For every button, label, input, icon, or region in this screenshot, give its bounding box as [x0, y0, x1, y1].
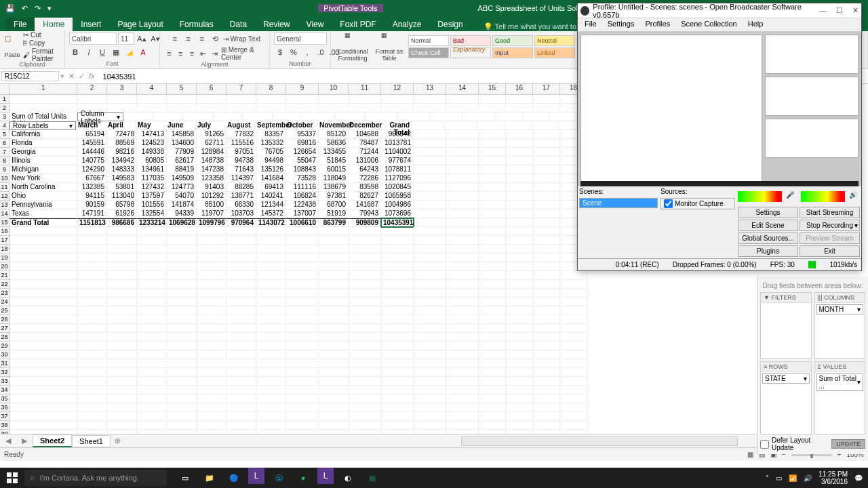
save-icon[interactable]: 💾	[5, 4, 15, 13]
pivot-filters-box[interactable]: ▼ FILTERS	[760, 292, 812, 359]
font-color-button[interactable]: A	[137, 46, 149, 58]
italic-button[interactable]: I	[83, 46, 95, 58]
tab-review[interactable]: Review	[255, 18, 298, 31]
sheet-nav-next-icon[interactable]: ▶	[16, 436, 33, 445]
tray-chevron-icon[interactable]: ˄	[766, 474, 769, 482]
format-table-button[interactable]: ▦ Format as Table	[373, 32, 406, 62]
obs-sources-list[interactable]: Monitor Capture	[660, 198, 735, 209]
cond-format-button[interactable]: ▦ Conditional Formatting	[335, 32, 370, 62]
cancel-icon[interactable]: ✕	[68, 72, 75, 81]
increase-font-icon[interactable]: A▴	[136, 33, 148, 45]
minimize-icon[interactable]: —	[819, 6, 827, 15]
style-explanatory[interactable]: Explanatory ...	[450, 47, 491, 58]
align-center-icon[interactable]: ≡	[176, 47, 186, 60]
obs-settings-button[interactable]: Settings	[738, 207, 798, 218]
obs-plugins-button[interactable]: Plugins	[738, 245, 798, 257]
font-size-select[interactable]: 11	[118, 33, 134, 45]
app-icon-2[interactable]: L	[317, 468, 334, 484]
fill-color-button[interactable]: ◢	[123, 46, 136, 58]
border-button[interactable]: ▦	[110, 46, 122, 58]
app-icon-1[interactable]: L	[248, 468, 264, 484]
skype-icon[interactable]: Ⓢ	[269, 468, 289, 488]
align-bot-icon[interactable]: ≡	[196, 33, 208, 45]
tray-volume-icon[interactable]: 🔊	[804, 474, 812, 482]
fx-icon[interactable]: fx	[89, 72, 95, 81]
task-view-icon[interactable]: ▭	[175, 468, 195, 488]
currency-icon[interactable]: $	[274, 46, 286, 58]
redo-icon[interactable]: ↷	[35, 4, 41, 13]
tab-insert[interactable]: Insert	[73, 18, 109, 31]
pivot-rows-box[interactable]: ≡ ROWS STATE▾	[760, 361, 812, 435]
tab-foxit[interactable]: Foxit PDF	[332, 18, 384, 31]
obs-source-checkbox[interactable]	[664, 199, 673, 208]
obs-stop-recording-button[interactable]: Stop Recording▾	[800, 220, 860, 231]
merge-center-button[interactable]: ⊞ Merge & Center	[221, 46, 265, 61]
obs-menu-settings[interactable]: Settings	[602, 18, 640, 31]
obs-taskbar-icon[interactable]: ◐	[338, 468, 358, 488]
obs-menu-file[interactable]: File	[579, 18, 602, 31]
explorer-icon[interactable]: 📁	[199, 468, 220, 488]
close-icon[interactable]: ✕	[852, 6, 859, 15]
pivot-columns-box[interactable]: ||| COLUMNS MONTH▾	[814, 292, 866, 359]
tab-view[interactable]: View	[298, 18, 332, 31]
align-top-icon[interactable]: ≡	[169, 33, 181, 45]
wrap-text-button[interactable]: ⇥ Wrap Text	[223, 35, 260, 43]
name-box[interactable]	[1, 71, 59, 81]
style-normal[interactable]: Normal	[408, 35, 449, 46]
copy-button[interactable]: ⎘ Copy	[23, 39, 60, 47]
notifications-icon[interactable]: 💬	[854, 474, 863, 482]
obs-scene-item[interactable]: Scene	[580, 199, 657, 207]
chrome-icon[interactable]: 🔵	[224, 468, 244, 488]
paste-button[interactable]: 📋 Paste	[4, 35, 20, 58]
underline-button[interactable]: U	[96, 46, 108, 58]
pivot-chip-state[interactable]: STATE▾	[762, 373, 810, 384]
horizontal-scrollbar[interactable]	[461, 436, 738, 446]
obs-edit-scene-button[interactable]: Edit Scene	[738, 220, 798, 231]
tab-formulas[interactable]: Formulas	[172, 18, 222, 31]
style-linked[interactable]: Linked	[534, 47, 575, 58]
percent-icon[interactable]: %	[288, 46, 300, 58]
orientation-icon[interactable]: ⟲	[210, 33, 222, 45]
align-mid-icon[interactable]: ≡	[182, 33, 195, 45]
tab-page-layout[interactable]: Page Layout	[109, 18, 171, 31]
tab-analyze[interactable]: Analyze	[384, 18, 430, 31]
comma-icon[interactable]: ,	[301, 46, 313, 58]
update-button[interactable]: UPDATE	[831, 439, 865, 449]
cortana-search[interactable]: ○ I'm Cortana. Ask me anything.	[24, 470, 167, 486]
obs-speaker-icon[interactable]: 🔊	[849, 191, 860, 202]
pivot-values-box[interactable]: Σ VALUES Sum of Total ...▾	[814, 361, 866, 435]
pivot-chip-month[interactable]: MONTH▾	[816, 304, 864, 314]
tell-me[interactable]: 💡 Tell me what you want to do...	[471, 22, 593, 31]
style-neutral[interactable]: Neutral	[534, 35, 575, 46]
format-painter-button[interactable]: 🖌 Format Painter	[23, 47, 60, 62]
tab-home[interactable]: Home	[35, 18, 73, 31]
start-button[interactable]	[0, 468, 24, 488]
obs-start-streaming-button[interactable]: Start Streaming	[800, 207, 860, 218]
defer-update-checkbox[interactable]	[760, 440, 769, 449]
obs-mic-icon[interactable]: 🎤	[786, 191, 797, 202]
sheet-nav-prev-icon[interactable]: ◀	[0, 436, 16, 445]
align-right-icon[interactable]: ≡	[187, 47, 197, 60]
style-check[interactable]: Check Cell	[408, 47, 449, 58]
inc-decimal-icon[interactable]: .0	[315, 46, 327, 58]
spotify-icon[interactable]: ●	[293, 468, 313, 488]
indent-dec-icon[interactable]: ⇤	[198, 47, 208, 60]
excel-taskbar-icon[interactable]: ▦	[362, 468, 382, 488]
obs-global-sources-button[interactable]: Global Sources...	[738, 232, 798, 244]
sheet-tab-sheet2[interactable]: Sheet2	[33, 434, 72, 447]
add-sheet-icon[interactable]: ⊕	[111, 436, 125, 445]
obs-source-item[interactable]: Monitor Capture	[661, 199, 734, 209]
style-good[interactable]: Good	[492, 35, 533, 46]
style-bad[interactable]: Bad	[450, 35, 491, 46]
undo-icon[interactable]: ↶	[22, 4, 28, 13]
enter-icon[interactable]: ✓	[79, 72, 85, 81]
taskbar-clock[interactable]: 11:25 PM 3/6/2016	[818, 470, 848, 485]
maximize-icon[interactable]: ☐	[836, 6, 843, 15]
font-name-select[interactable]: Calibri	[69, 33, 117, 45]
tab-data[interactable]: Data	[222, 18, 255, 31]
obs-menu-scene-collection[interactable]: Scene Collection	[675, 18, 743, 31]
indent-inc-icon[interactable]: ⇥	[210, 47, 220, 60]
bold-button[interactable]: B	[69, 46, 81, 58]
tab-file[interactable]: File	[5, 18, 35, 31]
view-normal-icon[interactable]: ▦	[747, 451, 753, 458]
